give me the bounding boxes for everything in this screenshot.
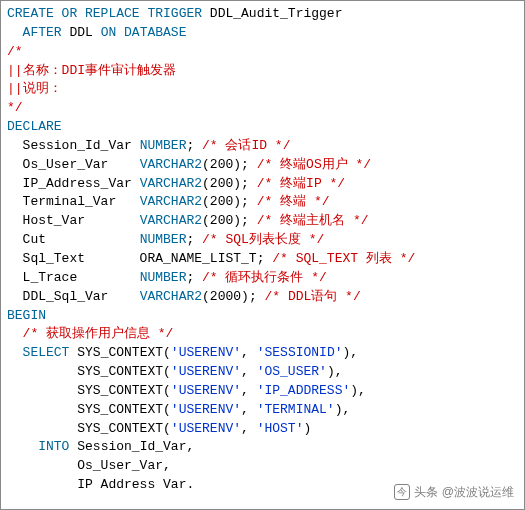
code-token: /* 获取操作用户信息 */ bbox=[23, 326, 174, 341]
code-token: 200 bbox=[210, 194, 233, 209]
code-line: */ bbox=[7, 99, 518, 118]
code-token: Os_User_Var bbox=[7, 157, 140, 172]
toutiao-icon: 今 bbox=[394, 484, 410, 500]
code-token: VARCHAR2 bbox=[140, 289, 202, 304]
code-token bbox=[7, 439, 38, 454]
code-token: 200 bbox=[210, 213, 233, 228]
code-token: ), bbox=[343, 345, 359, 360]
code-token: ; bbox=[186, 138, 202, 153]
code-token: ), bbox=[327, 364, 343, 379]
code-token: 'TERMINAL' bbox=[257, 402, 335, 417]
code-token: 2000 bbox=[210, 289, 241, 304]
code-block: CREATE OR REPLACE TRIGGER DDL_Audit_Trig… bbox=[1, 1, 524, 499]
code-token: ; bbox=[186, 232, 202, 247]
code-token: CREATE OR REPLACE TRIGGER bbox=[7, 6, 202, 21]
code-token: L_Trace bbox=[7, 270, 140, 285]
code-token: /* SQL列表长度 */ bbox=[202, 232, 324, 247]
code-token: NUMBER bbox=[140, 232, 187, 247]
code-token: SELECT bbox=[23, 345, 70, 360]
code-token: /* 终端IP */ bbox=[257, 176, 345, 191]
code-token: ( bbox=[202, 289, 210, 304]
code-token: NUMBER bbox=[140, 138, 187, 153]
code-token: ( bbox=[202, 213, 210, 228]
code-token: , bbox=[241, 402, 257, 417]
code-token: */ bbox=[7, 100, 23, 115]
code-token: IP Address Var. bbox=[7, 477, 194, 492]
code-token: /* DDL语句 */ bbox=[264, 289, 360, 304]
code-line: SYS_CONTEXT('USERENV', 'HOST') bbox=[7, 420, 518, 439]
code-line: SELECT SYS_CONTEXT('USERENV', 'SESSIONID… bbox=[7, 344, 518, 363]
code-token: DDL bbox=[62, 25, 101, 40]
code-line: BEGIN bbox=[7, 307, 518, 326]
code-token bbox=[7, 25, 23, 40]
code-line: L_Trace NUMBER; /* 循环执行条件 */ bbox=[7, 269, 518, 288]
watermark-text: 头条 @波波说运维 bbox=[414, 484, 514, 501]
code-token: SYS_CONTEXT( bbox=[7, 402, 171, 417]
code-token: ), bbox=[335, 402, 351, 417]
code-line: Host_Var VARCHAR2(200); /* 终端主机名 */ bbox=[7, 212, 518, 231]
code-token: VARCHAR2 bbox=[140, 213, 202, 228]
code-token bbox=[7, 345, 23, 360]
code-token: Os_User_Var, bbox=[7, 458, 171, 473]
code-line: Os_User_Var, bbox=[7, 457, 518, 476]
code-token: ; bbox=[186, 270, 202, 285]
watermark: 今 头条 @波波说运维 bbox=[394, 484, 514, 501]
code-token: NUMBER bbox=[140, 270, 187, 285]
code-token: SYS_CONTEXT( bbox=[7, 383, 171, 398]
code-token: ||名称：DDI事件审计触发器 bbox=[7, 63, 176, 78]
code-line: Session_Id_Var NUMBER; /* 会话ID */ bbox=[7, 137, 518, 156]
code-line: Cut NUMBER; /* SQL列表长度 */ bbox=[7, 231, 518, 250]
code-token: SYS_CONTEXT( bbox=[7, 364, 171, 379]
code-token: ON DATABASE bbox=[101, 25, 187, 40]
code-token: 'USERENV' bbox=[171, 364, 241, 379]
code-token: 'USERENV' bbox=[171, 421, 241, 436]
code-token: INTO bbox=[38, 439, 69, 454]
code-token: ); bbox=[233, 176, 256, 191]
code-token: /* 会话ID */ bbox=[202, 138, 290, 153]
code-line: ||名称：DDI事件审计触发器 bbox=[7, 62, 518, 81]
code-line: DECLARE bbox=[7, 118, 518, 137]
code-token: 'HOST' bbox=[257, 421, 304, 436]
code-token: 'SESSIONID' bbox=[257, 345, 343, 360]
code-line: SYS_CONTEXT('USERENV', 'OS_USER'), bbox=[7, 363, 518, 382]
code-line: AFTER DDL ON DATABASE bbox=[7, 24, 518, 43]
code-token: /* 终端 */ bbox=[257, 194, 330, 209]
code-line: IP_Address_Var VARCHAR2(200); /* 终端IP */ bbox=[7, 175, 518, 194]
code-token: ); bbox=[233, 213, 256, 228]
code-line: CREATE OR REPLACE TRIGGER DDL_Audit_Trig… bbox=[7, 5, 518, 24]
code-token: ( bbox=[202, 194, 210, 209]
code-token: Session_Id_Var bbox=[7, 138, 140, 153]
code-token: /* SQL_TEXT 列表 */ bbox=[272, 251, 415, 266]
code-token: Cut bbox=[7, 232, 140, 247]
code-line: INTO Session_Id_Var, bbox=[7, 438, 518, 457]
code-token: ), bbox=[350, 383, 366, 398]
code-line: SYS_CONTEXT('USERENV', 'IP_ADDRESS'), bbox=[7, 382, 518, 401]
code-token: 'USERENV' bbox=[171, 383, 241, 398]
code-token: AFTER bbox=[23, 25, 62, 40]
code-token: ); bbox=[241, 289, 264, 304]
code-token: ); bbox=[233, 157, 256, 172]
code-line: Os_User_Var VARCHAR2(200); /* 终端OS用户 */ bbox=[7, 156, 518, 175]
code-token: ( bbox=[202, 157, 210, 172]
code-token: /* 终端OS用户 */ bbox=[257, 157, 371, 172]
code-token: ||说明： bbox=[7, 81, 62, 96]
code-token: DECLARE bbox=[7, 119, 62, 134]
code-token: ) bbox=[303, 421, 311, 436]
code-token: BEGIN bbox=[7, 308, 46, 323]
code-token bbox=[7, 326, 23, 341]
code-token: SYS_CONTEXT( bbox=[69, 345, 170, 360]
code-token: 'USERENV' bbox=[171, 402, 241, 417]
code-token: ( bbox=[202, 176, 210, 191]
code-token: VARCHAR2 bbox=[140, 194, 202, 209]
code-line: SYS_CONTEXT('USERENV', 'TERMINAL'), bbox=[7, 401, 518, 420]
code-token: SYS_CONTEXT( bbox=[7, 421, 171, 436]
code-token: 'OS_USER' bbox=[257, 364, 327, 379]
code-token: DDL_Sql_Var bbox=[7, 289, 140, 304]
code-token: /* bbox=[7, 44, 23, 59]
code-token: 'IP_ADDRESS' bbox=[257, 383, 351, 398]
code-token: IP_Address_Var bbox=[7, 176, 140, 191]
code-token: ); bbox=[233, 194, 256, 209]
code-line: DDL_Sql_Var VARCHAR2(2000); /* DDL语句 */ bbox=[7, 288, 518, 307]
code-token: , bbox=[241, 364, 257, 379]
code-token: /* 终端主机名 */ bbox=[257, 213, 369, 228]
